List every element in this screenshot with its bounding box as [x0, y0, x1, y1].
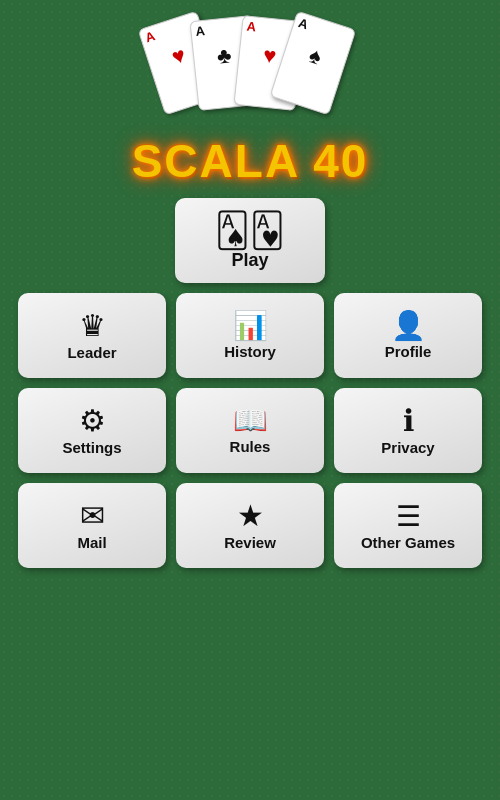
leader-button[interactable]: Leader: [18, 293, 166, 378]
menu-row-2: Settings 📖 Rules Privacy: [18, 388, 482, 473]
other-games-button[interactable]: Other Games: [334, 483, 482, 568]
main-menu: 🂡🂱 Play Leader 📊 History 👤 Profile Setti…: [0, 198, 500, 568]
cards-icon: 🂡🂱: [215, 213, 285, 247]
leader-label: Leader: [67, 345, 116, 362]
settings-label: Settings: [62, 440, 121, 457]
profile-label: Profile: [385, 344, 432, 361]
menu-row-3: Mail Review Other Games: [18, 483, 482, 568]
menu-row-1: Leader 📊 History 👤 Profile: [18, 293, 482, 378]
header: A ♥ A ♣ A ♥ A ♠ SCALA 40: [132, 18, 369, 188]
list-icon: [396, 501, 421, 531]
rules-button[interactable]: 📖 Rules: [176, 388, 324, 473]
other-games-label: Other Games: [361, 535, 455, 552]
review-button[interactable]: Review: [176, 483, 324, 568]
play-button[interactable]: 🂡🂱 Play: [175, 198, 325, 283]
privacy-button[interactable]: Privacy: [334, 388, 482, 473]
game-title: SCALA 40: [132, 134, 369, 188]
privacy-label: Privacy: [381, 440, 434, 457]
cards-display: A ♥ A ♣ A ♥ A ♠: [150, 18, 350, 128]
settings-button[interactable]: Settings: [18, 388, 166, 473]
info-icon: [403, 406, 414, 436]
profile-button[interactable]: 👤 Profile: [334, 293, 482, 378]
rules-label: Rules: [230, 439, 271, 456]
star-icon: [237, 501, 264, 531]
history-button[interactable]: 📊 History: [176, 293, 324, 378]
play-row: 🂡🂱 Play: [18, 198, 482, 283]
chart-icon: 📊: [233, 312, 268, 340]
review-label: Review: [224, 535, 276, 552]
history-label: History: [224, 344, 276, 361]
play-label: Play: [231, 251, 268, 271]
book-icon: 📖: [233, 407, 268, 435]
person-icon: 👤: [391, 312, 426, 340]
crown-icon: [79, 311, 106, 341]
mail-button[interactable]: Mail: [18, 483, 166, 568]
mail-icon: [80, 501, 105, 531]
gear-icon: [79, 406, 106, 436]
mail-label: Mail: [77, 535, 106, 552]
